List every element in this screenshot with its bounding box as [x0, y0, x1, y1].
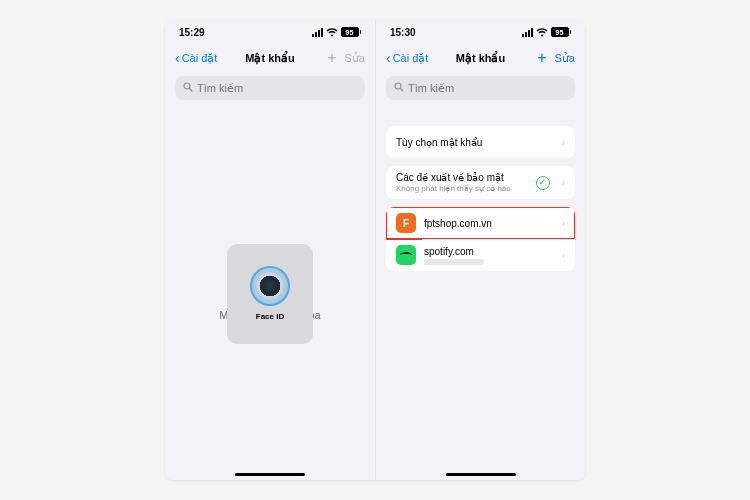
chevron-left-icon: ‹: [386, 51, 391, 65]
faceid-icon: [252, 268, 288, 304]
row-text: fptshop.com.vn: [424, 218, 554, 229]
home-indicator[interactable]: [235, 473, 305, 476]
signal-icon: [312, 28, 323, 37]
nav-bar: ‹ Cài đặt Mật khẩu + Sửa: [376, 44, 585, 72]
account-row-spotify[interactable]: spotify.com ›: [386, 239, 575, 271]
status-indicators: 95: [522, 27, 572, 37]
back-label: Cài đặt: [393, 52, 429, 65]
search-field[interactable]: [386, 76, 575, 100]
chevron-right-icon: ›: [562, 250, 565, 261]
battery-icon: 95: [341, 27, 362, 37]
home-indicator[interactable]: [446, 473, 516, 476]
security-recommendations-row[interactable]: Các đề xuất về bảo mật Không phát hiện t…: [386, 166, 575, 199]
search-input[interactable]: [408, 82, 567, 94]
phone-left: 15:29 95 ‹ Cài đặt Mật khẩu + Sửa: [165, 20, 375, 480]
chevron-right-icon: ›: [562, 177, 565, 188]
site-name: fptshop.com.vn: [424, 218, 492, 229]
accounts-section: F fptshop.com.vn › spotify.com ›: [386, 207, 575, 271]
password-options-row[interactable]: Tùy chọn mật khẩu ›: [386, 126, 575, 158]
nav-bar: ‹ Cài đặt Mật khẩu + Sửa: [165, 44, 375, 72]
chevron-right-icon: ›: [562, 218, 565, 229]
edit-button[interactable]: Sửa: [555, 52, 575, 65]
clock: 15:29: [179, 27, 205, 38]
row-text: spotify.com: [424, 246, 554, 265]
add-button[interactable]: +: [537, 50, 546, 66]
wifi-icon: [536, 28, 548, 37]
page-title: Mật khẩu: [245, 52, 294, 65]
search-icon: [394, 82, 404, 94]
app-icon: F: [396, 213, 416, 233]
back-button[interactable]: ‹ Cài đặt: [175, 51, 217, 65]
options-section: Tùy chọn mật khẩu ›: [386, 126, 575, 158]
content-area: Mật khẩu đã bị khóa Face ID: [165, 108, 375, 480]
clock: 15:30: [390, 27, 416, 38]
search-icon: [183, 82, 193, 94]
chevron-left-icon: ‹: [175, 51, 180, 65]
search-field[interactable]: [175, 76, 365, 100]
site-name: spotify.com: [424, 246, 474, 257]
row-text: Các đề xuất về bảo mật Không phát hiện t…: [396, 172, 528, 193]
account-row-fptshop[interactable]: F fptshop.com.vn ›: [386, 207, 575, 239]
security-title: Các đề xuất về bảo mật: [396, 172, 504, 183]
phone-right: 15:30 95 ‹ Cài đặt Mật khẩu + Sửa: [375, 20, 585, 480]
page-title: Mật khẩu: [456, 52, 505, 65]
add-button[interactable]: +: [327, 50, 336, 66]
status-bar: 15:30 95: [376, 20, 585, 44]
chevron-right-icon: ›: [562, 137, 565, 148]
status-bar: 15:29 95: [165, 20, 375, 44]
redacted-username: [424, 259, 484, 265]
battery-icon: 95: [551, 27, 572, 37]
row-label: Tùy chọn mật khẩu: [396, 137, 554, 148]
status-indicators: 95: [312, 27, 362, 37]
app-icon: [396, 245, 416, 265]
checkmark-icon: [536, 176, 550, 190]
faceid-label: Face ID: [256, 312, 284, 321]
faceid-prompt[interactable]: Face ID: [227, 244, 313, 344]
back-button[interactable]: ‹ Cài đặt: [386, 51, 428, 65]
edit-button[interactable]: Sửa: [345, 52, 365, 65]
svg-line-3: [401, 89, 404, 92]
back-label: Cài đặt: [182, 52, 218, 65]
signal-icon: [522, 28, 533, 37]
wifi-icon: [326, 28, 338, 37]
security-subtitle: Không phát hiện thấy sự cố nào: [396, 184, 528, 193]
content-area: Tùy chọn mật khẩu › Các đề xuất về bảo m…: [376, 108, 585, 480]
svg-line-1: [190, 89, 193, 92]
security-section: Các đề xuất về bảo mật Không phát hiện t…: [386, 166, 575, 199]
search-input[interactable]: [197, 82, 357, 94]
